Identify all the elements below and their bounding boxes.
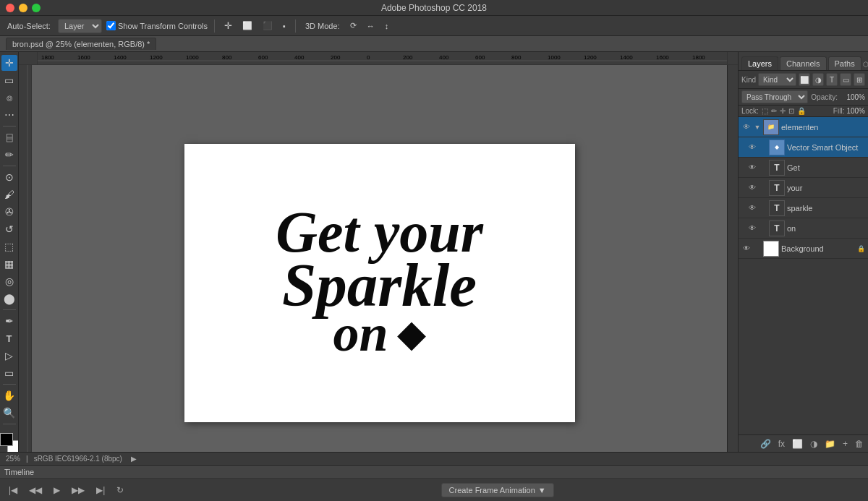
layer-eye-get[interactable]: 👁: [747, 163, 757, 173]
move-tool[interactable]: ✛: [1, 55, 17, 71]
layer-eye-sparkle[interactable]: 👁: [747, 203, 757, 213]
minimize-button[interactable]: [19, 4, 27, 12]
layer-lock-background: 🔒: [857, 245, 865, 252]
tab-channels[interactable]: Channels: [780, 56, 826, 70]
tool-sep-3: [3, 309, 16, 310]
layer-eye-elementen[interactable]: 👁: [741, 122, 752, 132]
toolbar-icon-align-right[interactable]: ▪: [280, 20, 289, 32]
mask-btn[interactable]: ⬜: [791, 437, 804, 450]
layer-eye-on[interactable]: 👁: [747, 223, 757, 234]
close-button[interactable]: [6, 4, 14, 12]
maximize-button[interactable]: [32, 4, 41, 12]
lock-transparent-icon[interactable]: ⬚: [762, 107, 768, 115]
toolbar-3d-icon-1[interactable]: ⟳: [347, 20, 359, 32]
canvas-area[interactable]: Get your Sparkle on ◆: [32, 65, 727, 452]
marquee-tool[interactable]: ▭: [1, 72, 17, 88]
layer-item-on[interactable]: 👁 T on: [739, 218, 868, 239]
timeline-start-btn[interactable]: |◀: [6, 484, 20, 497]
path-tool[interactable]: ▷: [1, 348, 17, 364]
layers-list: 👁 ▼ 📁 elementen 👁 ◆ Vector Smart Object: [739, 117, 868, 434]
blur-tool[interactable]: ◎: [1, 273, 17, 289]
gradient-tool[interactable]: ▦: [1, 256, 17, 272]
zoom-tool[interactable]: 🔍: [1, 405, 17, 421]
toolbar-3d-icon-3[interactable]: ↕: [382, 20, 392, 32]
lasso-tool[interactable]: ⌾: [1, 90, 17, 106]
spot-heal-tool[interactable]: ⊙: [1, 169, 17, 185]
lock-all-icon[interactable]: 🔒: [797, 107, 806, 115]
brush-tool[interactable]: 🖌: [1, 187, 17, 202]
adjustment-btn[interactable]: ◑: [809, 437, 819, 450]
vertical-scrollbar[interactable]: [727, 65, 738, 452]
timeline-loop-btn[interactable]: ↻: [114, 484, 127, 497]
toolbox: ✛ ▭ ⌾ ⋯ ⌸ ✏ ⊙ 🖌 ✇ ↺ ⬚ ▦ ◎ ⬤ ✒ T ▷ ▭ ✋ 🔍: [0, 52, 19, 452]
canvas-content: Get your Sparkle on ◆: [276, 203, 483, 363]
blend-mode-select[interactable]: Pass Through Normal Multiply Screen: [741, 90, 808, 103]
timeline-play-btn[interactable]: ▶: [51, 484, 63, 497]
layer-item-sparkle[interactable]: 👁 T sparkle: [739, 198, 868, 218]
toolbar-icon-align-center[interactable]: ⬛: [260, 20, 276, 32]
lock-label: Lock:: [741, 107, 759, 115]
layer-item-background[interactable]: 👁 Background 🔒: [739, 239, 868, 259]
filter-smart-icon[interactable]: ⊞: [854, 73, 865, 86]
pen-tool[interactable]: ✒: [1, 313, 17, 329]
fill-value[interactable]: 100%: [846, 107, 865, 115]
new-layer-btn[interactable]: +: [841, 437, 849, 450]
link-layers-btn[interactable]: 🔗: [759, 437, 773, 450]
auto-select-label: Auto-Select:: [4, 20, 54, 32]
svg-text:1800: 1800: [41, 54, 54, 61]
layer-item-elementen[interactable]: 👁 ▼ 📁 elementen: [739, 117, 868, 137]
group-btn[interactable]: 📁: [823, 437, 837, 450]
hand-tool[interactable]: ✋: [1, 387, 17, 403]
dodge-tool[interactable]: ⬤: [1, 291, 17, 307]
stamp-tool[interactable]: ✇: [1, 204, 17, 220]
layer-eye-background[interactable]: 👁: [741, 244, 752, 254]
layer-thumb-background: [763, 241, 779, 257]
mid-section: ✛ ▭ ⌾ ⋯ ⌸ ✏ ⊙ 🖌 ✇ ↺ ⬚ ▦ ◎ ⬤ ✒ T ▷ ▭ ✋ 🔍: [0, 52, 868, 452]
layer-type-select[interactable]: Layer Group: [58, 19, 102, 33]
opacity-value[interactable]: 100%: [840, 93, 865, 101]
filter-shape-icon[interactable]: ▭: [840, 73, 851, 86]
history-tool[interactable]: ↺: [1, 221, 17, 237]
toolbar-icon-move[interactable]: ✛: [221, 19, 235, 33]
tab-layers[interactable]: Layers: [741, 56, 778, 70]
lock-artboard-icon[interactable]: ⊡: [788, 107, 794, 115]
layer-eye-your[interactable]: 👁: [747, 183, 757, 193]
layers-bottom-bar: 🔗 fx ⬜ ◑ 📁 + 🗑: [739, 434, 868, 452]
show-transform-checkbox[interactable]: [106, 21, 116, 30]
eyedropper-tool[interactable]: ✏: [1, 147, 17, 163]
lock-position-icon[interactable]: ✛: [780, 107, 786, 115]
shape-tool[interactable]: ▭: [1, 365, 17, 381]
layer-expand-elementen[interactable]: ▼: [754, 122, 761, 132]
delete-layer-btn[interactable]: 🗑: [854, 437, 865, 450]
lock-paint-icon[interactable]: ✏: [771, 107, 777, 115]
toolbar-icon-align-left[interactable]: ⬜: [239, 20, 255, 32]
timeline-end-btn[interactable]: ▶|: [93, 484, 108, 497]
svg-text:1800: 1800: [692, 54, 705, 61]
layer-item-get[interactable]: 👁 T Get: [739, 158, 868, 178]
tool-sep-2: [3, 166, 16, 166]
status-arrow[interactable]: ▶: [131, 455, 137, 463]
timeline-next-btn[interactable]: ▶▶: [69, 484, 88, 497]
filter-text-icon[interactable]: T: [826, 73, 838, 86]
layer-item-vector[interactable]: 👁 ◆ Vector Smart Object: [739, 137, 868, 158]
create-frame-animation-btn[interactable]: Create Frame Animation ▼: [441, 483, 554, 497]
wand-tool[interactable]: ⋯: [1, 107, 17, 123]
filter-pixel-icon[interactable]: ⬜: [799, 73, 810, 86]
svg-text:400: 400: [439, 54, 449, 61]
color-boxes[interactable]: [0, 430, 19, 452]
crop-tool[interactable]: ⌸: [1, 129, 17, 145]
eraser-tool[interactable]: ⬚: [1, 239, 17, 254]
fg-color-swatch[interactable]: [0, 433, 13, 446]
tab-paths[interactable]: Paths: [828, 56, 861, 70]
create-frame-chevron: ▼: [538, 486, 546, 494]
filter-adjust-icon[interactable]: ◑: [812, 73, 824, 86]
timeline-prev-btn[interactable]: ◀◀: [26, 484, 45, 497]
toolbar-3d-icon-2[interactable]: ↔: [364, 20, 378, 32]
text-tool[interactable]: T: [1, 330, 17, 346]
panel-expand-icon[interactable]: ⬡: [863, 61, 868, 68]
layer-item-your[interactable]: 👁 T your: [739, 178, 868, 198]
document-tab[interactable]: bron.psd @ 25% (elementen, RGB/8) *: [6, 38, 156, 50]
layer-eye-vector[interactable]: 👁: [747, 142, 757, 153]
filter-kind-select[interactable]: Kind Name Effect: [758, 73, 796, 86]
fx-btn[interactable]: fx: [777, 437, 786, 450]
